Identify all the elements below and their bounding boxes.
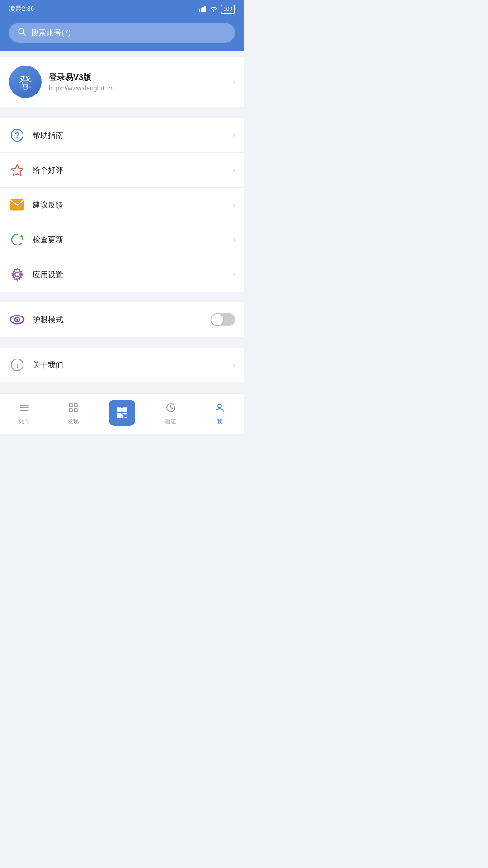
nav-label-discover: 发现 xyxy=(68,418,79,425)
svg-text:登: 登 xyxy=(19,75,32,89)
svg-point-35 xyxy=(218,404,221,408)
nav-scan-button[interactable] xyxy=(109,400,135,426)
status-time: 凌晨2:36 xyxy=(9,5,34,13)
svg-point-14 xyxy=(15,272,19,277)
svg-rect-26 xyxy=(74,409,77,412)
menu-label-feedback: 建议反馈 xyxy=(33,200,225,210)
nav-label-verify: 验证 xyxy=(165,418,176,425)
svg-rect-29 xyxy=(117,414,121,418)
chevron-help: › xyxy=(233,131,235,139)
svg-line-5 xyxy=(23,33,26,36)
menu-item-feedback[interactable]: 建议反馈 › xyxy=(0,188,244,222)
nav-item-me[interactable]: 我 xyxy=(195,394,244,434)
search-container: 搜索账号(7) xyxy=(0,18,244,51)
svg-rect-23 xyxy=(69,404,72,407)
svg-text:?: ? xyxy=(15,132,19,139)
svg-rect-25 xyxy=(69,409,72,412)
svg-point-17 xyxy=(16,319,18,321)
menu-section-gap xyxy=(0,107,244,113)
nav-discover-icon xyxy=(68,402,79,416)
refresh-icon xyxy=(9,231,25,248)
nav-item-discover[interactable]: 发现 xyxy=(49,394,98,434)
svg-rect-1 xyxy=(201,8,202,12)
search-icon xyxy=(17,27,26,38)
menu-item-about[interactable]: i 关于我们 › xyxy=(0,348,244,382)
battery-indicator: 100 xyxy=(221,5,235,14)
menu-label-help: 帮助指南 xyxy=(33,130,225,141)
app-info: 登录易V3版 https://www.denglu1.cn xyxy=(49,72,225,92)
about-section: i 关于我们 › xyxy=(0,348,244,382)
menu-item-update[interactable]: 检查更新 › xyxy=(0,222,244,257)
app-name: 登录易V3版 xyxy=(49,72,225,83)
svg-rect-3 xyxy=(204,6,206,12)
wifi-icon xyxy=(210,6,218,12)
menu-label-settings: 应用设置 xyxy=(33,269,225,280)
status-bar: 凌晨2:36 100 xyxy=(0,0,244,18)
svg-rect-0 xyxy=(199,9,200,12)
nav-label-accounts: 账号 xyxy=(19,418,30,425)
eye-mode-section: 护眼模式 xyxy=(0,302,244,337)
svg-marker-10 xyxy=(11,165,23,176)
chevron-settings: › xyxy=(233,270,235,278)
svg-rect-28 xyxy=(123,408,127,412)
scan-icon xyxy=(115,406,129,420)
app-logo-icon: 登 xyxy=(14,71,36,93)
menu-label-eye-mode: 护眼模式 xyxy=(33,315,203,325)
chevron-rate: › xyxy=(233,166,235,174)
app-card-chevron: › xyxy=(233,78,235,86)
star-icon xyxy=(9,162,25,178)
menu-section: ? 帮助指南 › 给个好评 › 建议反馈 xyxy=(0,118,244,292)
chevron-feedback: › xyxy=(233,201,235,209)
status-icons: 100 xyxy=(199,5,235,14)
eye-icon xyxy=(9,311,25,328)
bottom-nav: 账号 发现 xyxy=(0,393,244,434)
nav-label-me: 我 xyxy=(217,418,222,425)
svg-rect-24 xyxy=(74,404,77,407)
help-icon: ? xyxy=(9,127,25,143)
nav-me-icon xyxy=(214,402,225,416)
nav-accounts-icon xyxy=(19,402,30,416)
info-icon: i xyxy=(9,357,25,373)
gear-icon xyxy=(9,266,25,283)
chevron-about: › xyxy=(233,361,235,369)
mail-icon xyxy=(9,197,25,213)
app-card[interactable]: 登 登录易V3版 https://www.denglu1.cn › xyxy=(0,57,244,107)
signal-icon xyxy=(199,6,207,12)
nav-item-scan[interactable] xyxy=(98,394,146,434)
search-placeholder: 搜索账号(7) xyxy=(31,28,71,38)
nav-item-verify[interactable]: 验证 xyxy=(146,394,195,434)
about-section-gap xyxy=(0,337,244,342)
menu-item-help[interactable]: ? 帮助指南 › xyxy=(0,118,244,153)
app-logo: 登 xyxy=(9,66,42,98)
nav-verify-icon xyxy=(165,402,176,416)
eye-mode-toggle[interactable] xyxy=(211,313,235,326)
menu-item-settings[interactable]: 应用设置 › xyxy=(0,257,244,292)
chevron-update: › xyxy=(233,236,235,244)
menu-label-about: 关于我们 xyxy=(33,360,225,370)
menu-item-eye-mode[interactable]: 护眼模式 xyxy=(0,302,244,337)
content-area: 登 登录易V3版 https://www.denglu1.cn › ? 帮助指南… xyxy=(0,51,244,434)
svg-marker-13 xyxy=(20,234,23,237)
menu-item-rate[interactable]: 给个好评 › xyxy=(0,153,244,188)
search-bar[interactable]: 搜索账号(7) xyxy=(9,23,235,43)
menu-label-rate: 给个好评 xyxy=(33,165,225,175)
menu-label-update: 检查更新 xyxy=(33,235,225,245)
eye-section-gap xyxy=(0,292,244,297)
toggle-knob xyxy=(211,314,223,326)
nav-item-accounts[interactable]: 账号 xyxy=(0,394,49,434)
app-url: https://www.denglu1.cn xyxy=(49,85,225,92)
top-divider xyxy=(0,51,244,57)
svg-rect-2 xyxy=(202,7,204,12)
svg-text:i: i xyxy=(16,361,18,369)
svg-rect-27 xyxy=(117,408,121,412)
